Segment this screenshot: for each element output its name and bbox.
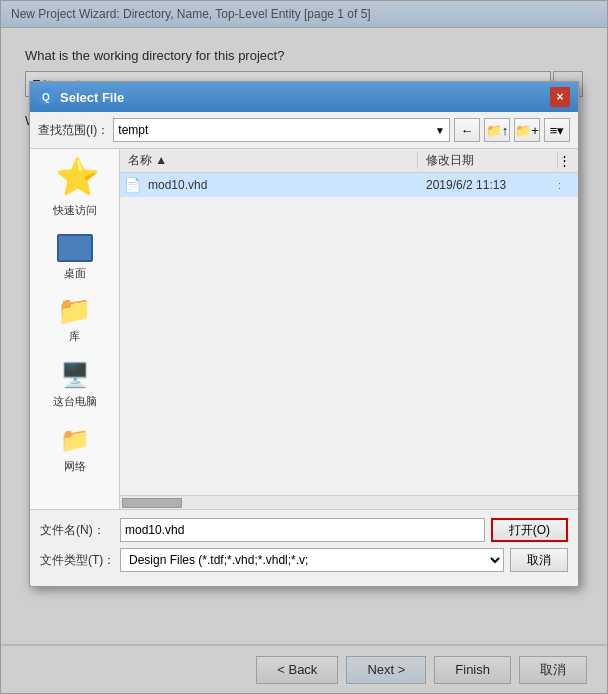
file-list-header: 名称 ▲ 修改日期 ⋮ bbox=[120, 149, 578, 173]
file-icon-0: 📄 bbox=[124, 177, 144, 193]
file-item-0[interactable]: 📄 mod10.vhd 2019/6/2 11:13 : bbox=[120, 173, 578, 197]
library-label: 库 bbox=[69, 329, 80, 344]
file-item-date-0: 2019/6/2 11:13 bbox=[418, 178, 558, 192]
file-list-scroll: 📄 mod10.vhd 2019/6/2 11:13 : bbox=[120, 173, 578, 495]
filetype-select[interactable]: Design Files (*.tdf;*.vhd;*.vhdl;*.v; bbox=[120, 548, 504, 572]
dialog-app-icon: Q bbox=[38, 89, 54, 105]
combo-arrow-icon: ▼ bbox=[435, 125, 445, 136]
file-list-panel: 名称 ▲ 修改日期 ⋮ 📄 mod10.vhd 2019/6/2 11:13 : bbox=[120, 149, 578, 509]
filename-input[interactable] bbox=[120, 518, 485, 542]
this-pc-label: 这台电脑 bbox=[53, 394, 97, 409]
file-item-name-0: mod10.vhd bbox=[144, 178, 418, 192]
modal-overlay: Q Select File × 查找范围(I)： tempt ▼ ← 📁↑ 📁+… bbox=[1, 1, 607, 693]
library-icon: 📁 bbox=[57, 297, 92, 325]
sidebar-item-network[interactable]: 📁 网络 bbox=[57, 425, 93, 474]
location-combo-text: tempt bbox=[118, 123, 148, 137]
desktop-label: 桌面 bbox=[64, 266, 86, 281]
dialog-title-left: Q Select File bbox=[38, 89, 124, 105]
network-icon: 📁 bbox=[57, 425, 93, 455]
this-pc-icon: 🖥️ bbox=[57, 360, 93, 390]
nav-view-button[interactable]: ≡▾ bbox=[544, 118, 570, 142]
dialog-title-text: Select File bbox=[60, 90, 124, 105]
quick-access-icon: ⭐ bbox=[55, 159, 95, 199]
location-combo[interactable]: tempt ▼ bbox=[113, 118, 450, 142]
nav-new-folder-button[interactable]: 📁+ bbox=[514, 118, 540, 142]
col-name-header: 名称 ▲ bbox=[120, 152, 418, 169]
open-button[interactable]: 打开(O) bbox=[491, 518, 568, 542]
col-date-header: 修改日期 bbox=[418, 152, 558, 169]
select-file-dialog: Q Select File × 查找范围(I)： tempt ▼ ← 📁↑ 📁+… bbox=[29, 81, 579, 587]
nav-back-button[interactable]: ← bbox=[454, 118, 480, 142]
dialog-icon-text: Q bbox=[42, 92, 50, 103]
sidebar-item-desktop[interactable]: 桌面 bbox=[57, 234, 93, 281]
network-label: 网络 bbox=[64, 459, 86, 474]
dialog-content: ⭐ 快速访问 桌面 📁 库 🖥️ bbox=[30, 149, 578, 509]
dialog-toolbar: 查找范围(I)： tempt ▼ ← 📁↑ 📁+ ≡▾ bbox=[30, 112, 578, 149]
scrollbar-thumb[interactable] bbox=[122, 498, 182, 508]
desktop-icon bbox=[57, 234, 93, 262]
file-item-extra-0: : bbox=[558, 179, 578, 191]
horizontal-scrollbar[interactable] bbox=[120, 495, 578, 509]
location-label: 查找范围(I)： bbox=[38, 122, 109, 139]
quick-access-label: 快速访问 bbox=[53, 203, 97, 218]
nav-up-button[interactable]: 📁↑ bbox=[484, 118, 510, 142]
wizard-window: New Project Wizard: Directory, Name, Top… bbox=[0, 0, 608, 694]
dialog-bottom: 文件名(N)： 打开(O) 文件类型(T)： Design Files (*.t… bbox=[30, 509, 578, 586]
filetype-row: 文件类型(T)： Design Files (*.tdf;*.vhd;*.vhd… bbox=[40, 548, 568, 572]
cancel-button[interactable]: 取消 bbox=[510, 548, 568, 572]
dialog-title-bar: Q Select File × bbox=[30, 82, 578, 112]
star-icon: ⭐ bbox=[55, 156, 100, 197]
filename-label: 文件名(N)： bbox=[40, 522, 120, 539]
sort-indicator: ▲ bbox=[155, 153, 167, 167]
filename-row: 文件名(N)： 打开(O) bbox=[40, 518, 568, 542]
sidebar-item-library[interactable]: 📁 库 bbox=[57, 297, 92, 344]
dialog-close-button[interactable]: × bbox=[550, 87, 570, 107]
col-extra-header: ⋮ bbox=[558, 153, 578, 168]
sidebar-item-quick-access[interactable]: ⭐ 快速访问 bbox=[53, 159, 97, 218]
file-sidebar: ⭐ 快速访问 桌面 📁 库 🖥️ bbox=[30, 149, 120, 509]
sidebar-item-this-pc[interactable]: 🖥️ 这台电脑 bbox=[53, 360, 97, 409]
filetype-label: 文件类型(T)： bbox=[40, 552, 120, 569]
